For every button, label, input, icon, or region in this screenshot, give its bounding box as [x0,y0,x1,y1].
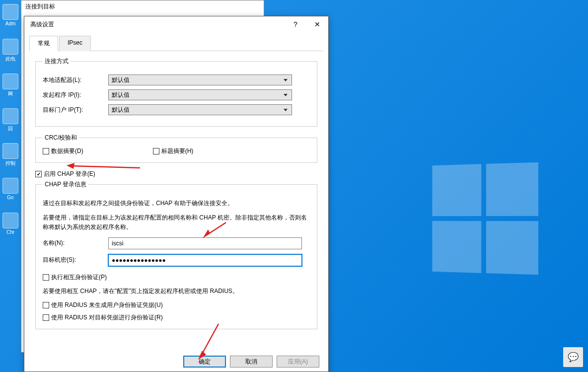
name-input[interactable] [108,237,302,249]
chap-desc2: 若要使用，请指定在目标上为该发起程序配置的相同名称和 CHAP 机密。除非指定其… [43,213,310,232]
tab-general[interactable]: 常规 [29,36,58,51]
dialog-buttons: 确定 取消 应用(A) [24,351,328,372]
desktop-icon[interactable]: 此电 [2,39,19,69]
titlebar[interactable]: 高级设置 ? ✕ [24,16,328,32]
chap-desc1: 通过在目标和发起程序之间提供身份验证，CHAP 有助于确保连接安全。 [43,199,310,208]
target-secret-input[interactable] [108,254,302,266]
target-ip-label: 目标门户 IP(T): [43,106,108,114]
enable-chap-checkbox[interactable]: 启用 CHAP 登录(E) [35,170,317,178]
dialog-content: 连接方式 本地适配器(L): 默认值 发起程序 IP(I): 默认值 目标门户 … [24,51,328,351]
ok-button[interactable]: 确定 [183,356,226,368]
data-digest-checkbox[interactable]: 数据摘要(D) [43,147,83,155]
tray-icon[interactable]: 💬 [563,347,583,367]
dialog-title: 高级设置 [30,20,285,29]
mutual-auth-checkbox[interactable]: 执行相互身份验证(P) [43,273,310,282]
initiator-ip-select[interactable]: 默认值 [108,89,292,100]
crc-legend: CRC/校验和 [43,134,79,142]
desktop-icon[interactable]: 回 [2,108,19,138]
header-digest-checkbox[interactable]: 标题摘要(H) [153,147,194,155]
tab-ipsec[interactable]: IPsec [59,36,91,51]
help-button[interactable]: ? [285,17,306,32]
desktop-icon[interactable]: 网 [2,74,19,103]
desktop-icon[interactable]: Adm [2,4,19,34]
mutual-desc: 若要使用相互 CHAP，请在"配置"页上指定发起程序机密或使用 RADIUS。 [43,287,310,296]
crc-group: CRC/校验和 数据摘要(D) 标题摘要(H) [35,134,317,163]
tab-strip: 常规 IPsec [29,35,323,51]
close-button[interactable]: ✕ [306,17,328,32]
windows-logo [432,162,538,275]
target-ip-select[interactable]: 默认值 [108,104,292,115]
radius-auth-checkbox[interactable]: 使用 RADIUS 对目标凭据进行身份验证(R) [43,313,310,322]
desktop-icon[interactable]: 控制 [2,143,19,173]
local-adapter-select[interactable]: 默认值 [108,74,292,85]
advanced-settings-dialog: 高级设置 ? ✕ 常规 IPsec 连接方式 本地适配器(L): 默认值 发起程… [24,16,329,372]
connection-group: 连接方式 本地适配器(L): 默认值 发起程序 IP(I): 默认值 目标门户 … [35,57,317,127]
chap-group: CHAP 登录信息 通过在目标和发起程序之间提供身份验证，CHAP 有助于确保连… [35,180,317,329]
apply-button[interactable]: 应用(A) [277,356,319,368]
chap-legend: CHAP 登录信息 [43,180,88,189]
cancel-button[interactable]: 取消 [230,356,273,368]
local-adapter-label: 本地适配器(L): [43,76,108,84]
desktop-icon[interactable]: Chr [2,213,19,242]
connection-legend: 连接方式 [43,57,71,66]
background-window-title: 连接到目标 [21,0,264,13]
radius-gen-checkbox[interactable]: 使用 RADIUS 来生成用户身份验证凭据(U) [43,301,310,309]
desktop-icon[interactable]: Go [2,178,19,208]
desktop-icons: Adm 此电 网 回 控制 Go Chr [2,4,22,247]
secret-label: 目标机密(S): [43,256,108,264]
name-label: 名称(N): [43,239,108,247]
initiator-ip-label: 发起程序 IP(I): [43,91,108,99]
